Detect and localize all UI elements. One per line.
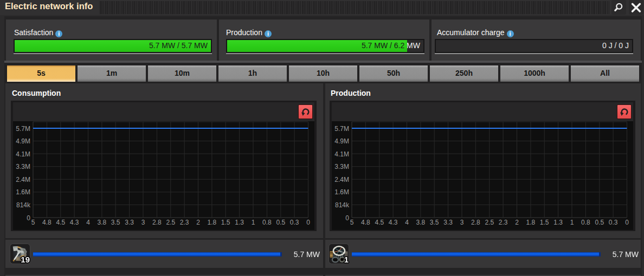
svg-text:4.5: 4.5 bbox=[375, 219, 384, 226]
svg-text:4.1M: 4.1M bbox=[334, 150, 349, 158]
svg-text:1.3: 1.3 bbox=[553, 219, 563, 226]
svg-text:2.8: 2.8 bbox=[471, 219, 480, 226]
svg-text:3: 3 bbox=[141, 219, 145, 226]
svg-text:2: 2 bbox=[515, 219, 519, 226]
svg-text:0: 0 bbox=[345, 214, 349, 222]
svg-text:0: 0 bbox=[306, 219, 310, 226]
svg-text:2.5: 2.5 bbox=[166, 219, 175, 226]
svg-text:2.4M: 2.4M bbox=[334, 176, 349, 183]
svg-text:1: 1 bbox=[252, 219, 255, 226]
svg-text:2.5: 2.5 bbox=[485, 219, 494, 226]
svg-text:1.6M: 1.6M bbox=[334, 188, 349, 196]
svg-text:4: 4 bbox=[86, 219, 90, 226]
svg-text:2.4M: 2.4M bbox=[16, 176, 30, 183]
svg-text:4.8: 4.8 bbox=[361, 219, 370, 226]
svg-text:0.8: 0.8 bbox=[262, 219, 272, 226]
svg-text:1: 1 bbox=[344, 255, 349, 264]
svg-text:4.1M: 4.1M bbox=[16, 150, 30, 158]
svg-text:0.5: 0.5 bbox=[276, 219, 285, 226]
svg-text:3.8: 3.8 bbox=[416, 219, 426, 226]
svg-text:0.3: 0.3 bbox=[290, 219, 299, 226]
svg-text:1.8: 1.8 bbox=[526, 219, 536, 226]
svg-text:3.3M: 3.3M bbox=[334, 163, 349, 170]
svg-text:0: 0 bbox=[27, 214, 30, 222]
svg-text:5: 5 bbox=[350, 219, 354, 226]
svg-text:2.3: 2.3 bbox=[180, 219, 189, 226]
svg-text:5.7M: 5.7M bbox=[16, 125, 30, 133]
svg-text:2.8: 2.8 bbox=[152, 219, 162, 226]
svg-text:4.9M: 4.9M bbox=[16, 137, 30, 145]
svg-text:3.5: 3.5 bbox=[111, 219, 120, 226]
svg-text:1.5: 1.5 bbox=[540, 219, 549, 226]
svg-text:4.5: 4.5 bbox=[56, 219, 65, 226]
svg-text:4.9M: 4.9M bbox=[334, 137, 349, 145]
svg-text:4.8: 4.8 bbox=[42, 219, 51, 226]
svg-text:0: 0 bbox=[625, 219, 629, 226]
svg-text:814k: 814k bbox=[335, 201, 350, 209]
svg-text:1.3: 1.3 bbox=[235, 219, 244, 226]
svg-text:3.3: 3.3 bbox=[125, 219, 134, 226]
svg-text:814k: 814k bbox=[16, 201, 31, 209]
svg-text:4: 4 bbox=[405, 219, 409, 226]
svg-text:4.3: 4.3 bbox=[389, 219, 398, 226]
svg-text:4.3: 4.3 bbox=[70, 219, 79, 226]
svg-text:0.8: 0.8 bbox=[581, 219, 590, 226]
svg-text:2.3: 2.3 bbox=[499, 219, 508, 226]
svg-text:1.8: 1.8 bbox=[208, 219, 217, 226]
svg-text:0.3: 0.3 bbox=[609, 219, 618, 226]
svg-text:3: 3 bbox=[460, 219, 464, 226]
svg-text:3.5: 3.5 bbox=[430, 219, 439, 226]
svg-text:3.3: 3.3 bbox=[443, 219, 453, 226]
svg-text:1.6M: 1.6M bbox=[16, 188, 30, 196]
svg-text:2: 2 bbox=[196, 219, 200, 226]
svg-text:3.3M: 3.3M bbox=[16, 163, 30, 170]
svg-text:5.7M: 5.7M bbox=[334, 125, 349, 133]
svg-text:19: 19 bbox=[21, 255, 30, 264]
svg-text:1.5: 1.5 bbox=[221, 219, 230, 226]
svg-text:1: 1 bbox=[570, 219, 574, 226]
svg-text:0.5: 0.5 bbox=[595, 219, 604, 226]
svg-text:5: 5 bbox=[31, 219, 35, 226]
svg-text:3.8: 3.8 bbox=[98, 219, 107, 226]
